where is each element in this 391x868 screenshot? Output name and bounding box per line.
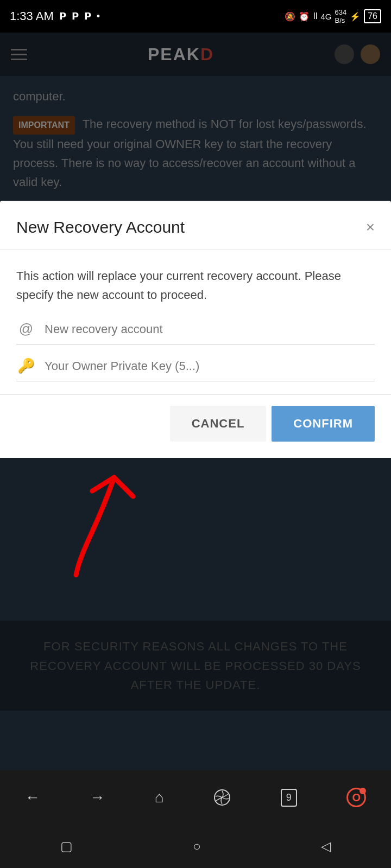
network-icon-1: 𝗣 — [59, 10, 66, 22]
signal-bars-icon: Il — [313, 11, 317, 21]
network-icon-3: 𝗣 — [84, 10, 91, 22]
network-icon-2: 𝗣 — [72, 10, 79, 22]
forward-button[interactable]: → — [90, 789, 105, 806]
opera-button[interactable]: O — [346, 788, 366, 807]
confirm-button[interactable]: CONFIRM — [272, 406, 375, 442]
recent-apps-button[interactable]: ▢ — [60, 839, 73, 854]
home-button[interactable]: ⌂ — [155, 789, 164, 806]
back-gesture-button[interactable]: ◁ — [321, 839, 331, 854]
owner-private-key-input[interactable] — [45, 359, 375, 373]
key-icon: 🔑 — [16, 358, 36, 374]
sports-icon[interactable] — [213, 789, 231, 806]
bell-icon: 🔕 — [285, 11, 295, 22]
home-gesture-button[interactable]: ○ — [193, 839, 201, 854]
dialog-body: This action will replace your current re… — [0, 250, 391, 381]
dialog-title: New Recovery Account — [16, 218, 185, 237]
navigation-bar: ← → ⌂ 9 O — [0, 770, 391, 825]
status-right-icons: 🔕 ⏰ Il 4G 634B/s ⚡ 76 — [285, 8, 381, 24]
close-button[interactable]: × — [366, 220, 375, 235]
cancel-button[interactable]: CANCEL — [170, 406, 267, 442]
network-type: 4G — [320, 12, 331, 21]
new-recovery-account-input[interactable] — [45, 322, 375, 336]
account-input-row: @ — [16, 321, 375, 344]
dialog-description: This action will replace your current re… — [16, 266, 375, 304]
new-recovery-account-dialog: New Recovery Account × This action will … — [0, 201, 391, 458]
at-icon: @ — [16, 321, 36, 337]
status-bar: 1:33 AM 𝗣 𝗣 𝗣 • 🔕 ⏰ Il 4G 634B/s ⚡ 76 — [0, 0, 391, 33]
tabs-button[interactable]: 9 — [281, 789, 297, 807]
dialog-header: New Recovery Account × — [0, 201, 391, 250]
dialog-footer: CANCEL CONFIRM — [0, 394, 391, 458]
charging-icon: ⚡ — [350, 11, 361, 22]
status-time: 1:33 AM — [10, 9, 54, 23]
back-button[interactable]: ← — [25, 789, 40, 806]
key-input-row: 🔑 — [16, 358, 375, 381]
status-dot: • — [97, 11, 100, 22]
speed-indicator: 634B/s — [335, 8, 347, 24]
alarm-icon: ⏰ — [299, 11, 310, 22]
battery-indicator: 76 — [364, 9, 381, 23]
gesture-bar: ▢ ○ ◁ — [0, 825, 391, 868]
